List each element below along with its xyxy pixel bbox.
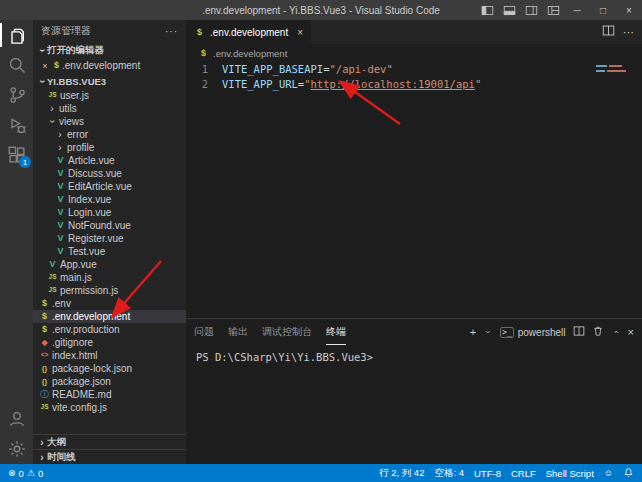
file-icon: JS <box>39 404 50 411</box>
file-icon: {} <box>39 378 50 385</box>
tree-item[interactable]: › V Discuss.vue <box>33 167 186 180</box>
tree-item[interactable]: › JS user.js <box>33 89 186 102</box>
source-control-icon[interactable] <box>0 80 33 110</box>
file-icon: <> <box>39 352 50 359</box>
tree-item-label: NotFound.vue <box>68 220 131 231</box>
terminal-output[interactable]: PS D:\CSharp\Yi\Yi.BBS.Vue3> <box>186 345 642 464</box>
close-icon[interactable]: × <box>39 61 51 71</box>
tree-item[interactable]: › {} package.json <box>33 375 186 388</box>
open-editors-header[interactable]: › 打开的编辑器 <box>33 42 186 58</box>
vscode-window: .env.development - Yi.BBS.Vue3 - Visual … <box>0 0 642 482</box>
language-mode[interactable]: Shell Script <box>546 468 594 479</box>
tree-item[interactable]: › <> index.html <box>33 349 186 362</box>
split-editor-icon[interactable] <box>602 23 615 41</box>
problems-status[interactable]: ⊗ 0 ⚠ 0 <box>8 468 43 479</box>
run-debug-icon[interactable] <box>0 110 33 140</box>
tree-item[interactable]: › {} package-lock.json <box>33 362 186 375</box>
tree-item[interactable]: › V Article.vue <box>33 154 186 167</box>
tree-item-label: .env <box>52 298 71 309</box>
tree-item-label: user.js <box>60 90 89 101</box>
outline-section-header[interactable]: › 大纲 <box>33 434 186 449</box>
panel-tab[interactable]: 问题 <box>194 319 214 345</box>
sidebar-title-row: 资源管理器 ··· <box>33 20 186 42</box>
minimize-button[interactable]: ─ <box>564 0 590 20</box>
tree-item-label: views <box>59 116 84 127</box>
toggle-panel-icon[interactable] <box>498 0 520 20</box>
tree-item[interactable]: › ◆ .gitignore <box>33 336 186 349</box>
encoding-status[interactable]: UTF-8 <box>474 468 501 479</box>
tree-item[interactable]: › V Test.vue <box>33 245 186 258</box>
tree-item-label: .env.development <box>52 311 130 322</box>
cursor-position[interactable]: 行 2, 列 42 <box>379 467 424 480</box>
toggle-sidebar-icon[interactable] <box>476 0 498 20</box>
close-button[interactable]: × <box>616 0 642 20</box>
extensions-icon[interactable]: 1 <box>0 140 33 170</box>
feedback-smiley-icon[interactable]: ☺ <box>604 468 613 478</box>
split-terminal-icon[interactable] <box>573 323 585 341</box>
more-actions-icon[interactable]: ⋯ <box>623 27 634 38</box>
customize-layout-icon[interactable] <box>542 0 564 20</box>
editor-actions: ⋯ <box>602 20 642 44</box>
project-section-header[interactable]: › YI.BBS.VUE3 <box>33 73 186 89</box>
tree-item[interactable]: › ⓘ README.md <box>33 388 186 401</box>
tree-item[interactable]: › JS main.js <box>33 271 186 284</box>
timeline-section-header[interactable]: › 时间线 <box>33 449 186 464</box>
code-line[interactable]: 1VITE_APP_BASEAPI="/api-dev" <box>186 62 642 77</box>
tree-item[interactable]: › V Index.vue <box>33 193 186 206</box>
tree-item[interactable]: › V EditArticle.vue <box>33 180 186 193</box>
toggle-secondary-sidebar-icon[interactable] <box>520 0 542 20</box>
maximize-panel-icon[interactable]: › <box>611 327 621 337</box>
maximize-button[interactable]: □ <box>590 0 616 20</box>
tree-item[interactable]: › profile <box>33 141 186 154</box>
tree-item[interactable]: › $ .env.production <box>33 323 186 336</box>
tree-item[interactable]: › error <box>33 128 186 141</box>
breadcrumb-item[interactable]: .env.development <box>213 48 287 59</box>
terminal-shell-picker[interactable]: >_ powershell <box>500 327 565 338</box>
account-icon[interactable] <box>0 404 33 434</box>
tab-env-development[interactable]: $ .env.development × <box>186 20 311 44</box>
status-bar-right: 行 2, 列 42 空格: 4 UTF-8 CRLF Shell Script … <box>379 467 634 480</box>
code-line[interactable]: 2VITE_APP_URL="http://localhost:19001/ap… <box>186 77 642 92</box>
tab-close-icon[interactable]: × <box>297 27 303 38</box>
tree-item[interactable]: › JS permission.js <box>33 284 186 297</box>
tree-item[interactable]: › V NotFound.vue <box>33 219 186 232</box>
tree-item[interactable]: › $ .env <box>33 297 186 310</box>
panel-tab[interactable]: 调试控制台 <box>262 319 312 345</box>
settings-gear-icon[interactable] <box>0 434 33 464</box>
kill-terminal-trash-icon[interactable] <box>592 323 604 341</box>
explorer-icon[interactable] <box>0 20 33 50</box>
bottom-panel: 问题输出调试控制台终端 + › >_ powershell <box>186 318 642 464</box>
activity-bar: 1 <box>0 20 33 464</box>
breadcrumb[interactable]: $ .env.development <box>186 44 642 62</box>
tree-item[interactable]: › $ .env.development <box>33 310 186 323</box>
tree-item[interactable]: › views <box>33 115 186 128</box>
new-terminal-icon[interactable]: + <box>470 327 476 338</box>
panel-tab[interactable]: 输出 <box>228 319 248 345</box>
tree-item-label: error <box>67 129 88 140</box>
open-editor-item[interactable]: × $ .env.development <box>33 58 186 73</box>
close-panel-icon[interactable]: × <box>628 327 634 338</box>
eol-status[interactable]: CRLF <box>511 468 536 479</box>
warning-icon: ⚠ <box>27 468 35 478</box>
more-actions-icon[interactable]: ··· <box>165 26 178 37</box>
error-icon: ⊗ <box>8 468 16 478</box>
file-icon: V <box>55 195 66 204</box>
minimap[interactable] <box>596 65 634 75</box>
tree-item-label: Login.vue <box>68 207 111 218</box>
tree-item[interactable]: › V Register.vue <box>33 232 186 245</box>
tree-item[interactable]: › V App.vue <box>33 258 186 271</box>
search-icon[interactable] <box>0 50 33 80</box>
chevron-down-icon[interactable]: › <box>483 327 493 337</box>
code-editor[interactable]: 1VITE_APP_BASEAPI="/api-dev"2VITE_APP_UR… <box>186 62 642 318</box>
file-icon: V <box>55 156 66 165</box>
tree-item[interactable]: › JS vite.config.js <box>33 401 186 414</box>
notifications-bell-icon[interactable] <box>623 467 634 480</box>
terminal-icon: >_ <box>500 327 514 338</box>
file-icon: JS <box>47 274 58 281</box>
tree-item-label: permission.js <box>60 285 118 296</box>
panel-tab[interactable]: 终端 <box>326 319 346 345</box>
title-bar: .env.development - Yi.BBS.Vue3 - Visual … <box>0 0 642 20</box>
tree-item[interactable]: › utils <box>33 102 186 115</box>
tree-item[interactable]: › V Login.vue <box>33 206 186 219</box>
indentation-status[interactable]: 空格: 4 <box>434 467 464 480</box>
